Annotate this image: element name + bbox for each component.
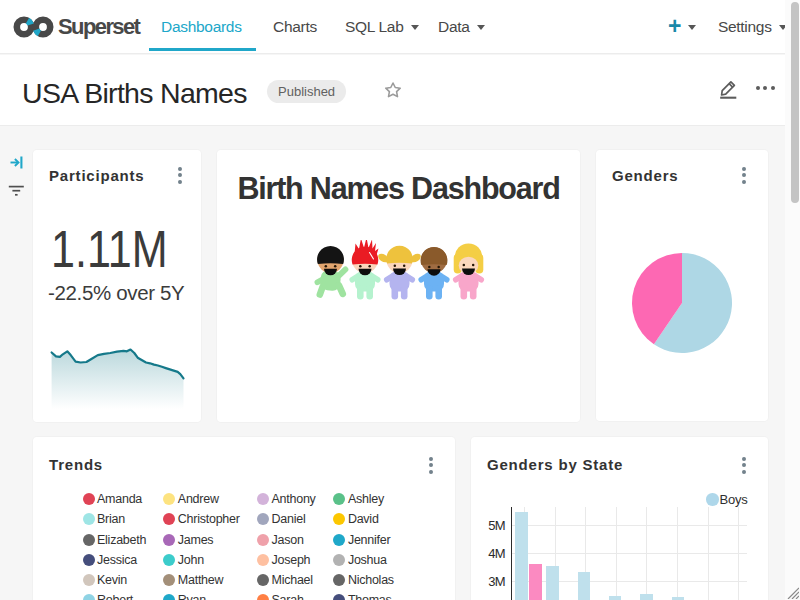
kebab-dot: [178, 173, 182, 177]
legend-dot: [257, 594, 269, 600]
scrollbar-track[interactable]: [785, 0, 800, 600]
legend-item-brian[interactable]: Brian: [83, 509, 125, 529]
legend-item-kevin[interactable]: Kevin: [83, 570, 128, 590]
chart-title: Genders by State: [487, 456, 623, 474]
legend-item-jason[interactable]: Jason: [257, 530, 304, 550]
new-item-button[interactable]: +: [668, 0, 696, 53]
legend-item-amanda[interactable]: Amanda: [83, 489, 143, 509]
kebab-dot: [742, 167, 746, 171]
legend-dot: [83, 534, 95, 546]
legend-label: Ashley: [348, 492, 384, 506]
favorite-star-icon[interactable]: [383, 80, 403, 100]
legend-dot: [257, 493, 269, 505]
legend-dot: [163, 493, 175, 505]
legend-item-robert[interactable]: Robert: [83, 590, 134, 600]
edit-pencil-icon[interactable]: [719, 76, 740, 99]
legend-label: Christopher: [178, 512, 240, 526]
legend-label: Nicholas: [348, 573, 394, 587]
nav-sql-lab[interactable]: SQL Lab: [345, 0, 419, 53]
legend-dot: [333, 594, 345, 600]
superset-infinity-icon: [13, 16, 54, 38]
legend-dot: [333, 534, 345, 546]
bar-boys[interactable]: [609, 596, 622, 600]
chart-options-kebab-icon[interactable]: [737, 167, 751, 189]
ellipsis-dot: [756, 86, 760, 90]
legend-item-elizabeth[interactable]: Elizabeth: [83, 530, 147, 550]
legend-label: Thomas: [348, 593, 392, 600]
chart-options-kebab-icon[interactable]: [737, 457, 751, 479]
legend-dot: [163, 534, 175, 546]
legend-item-daniel[interactable]: Daniel: [257, 509, 305, 529]
legend-label: Amanda: [97, 492, 142, 506]
legend-label: David: [348, 512, 379, 526]
legend-dot: [333, 554, 345, 566]
legend-label: Anthony: [272, 492, 316, 506]
kebab-dot: [742, 463, 746, 467]
legend-dot: [333, 493, 345, 505]
legend-item-jennifer[interactable]: Jennifer: [333, 530, 390, 550]
nav-charts[interactable]: Charts: [273, 0, 317, 53]
bar-boys[interactable]: [578, 572, 591, 600]
legend-item-jessica[interactable]: Jessica: [83, 550, 137, 570]
ellipsis-dot: [771, 86, 775, 90]
legend-item-james[interactable]: James: [163, 530, 213, 550]
bar-boys[interactable]: [515, 512, 528, 600]
legend-item-ryan[interactable]: Ryan: [163, 590, 206, 600]
trends-card: Trends AmandaAndrewAnthonyAshleyBrianChr…: [33, 437, 455, 600]
legend-label: Kevin: [97, 573, 127, 587]
legend-item-michael[interactable]: Michael: [257, 570, 313, 590]
legend-item-matthew[interactable]: Matthew: [163, 570, 223, 590]
kebab-dot: [178, 167, 182, 171]
published-badge[interactable]: Published: [267, 80, 346, 103]
chart-options-kebab-icon[interactable]: [424, 457, 438, 479]
dashboard-header: USA Births Names Published: [0, 55, 800, 126]
legend-item-joseph[interactable]: Joseph: [257, 550, 310, 570]
gridline-h: [511, 525, 747, 526]
legend-item-ashley[interactable]: Ashley: [333, 489, 384, 509]
kebab-dot: [742, 173, 746, 177]
legend-item-david[interactable]: David: [333, 509, 378, 529]
settings-menu[interactable]: Settings: [718, 0, 787, 53]
gridline-v: [616, 507, 617, 600]
legend-item-christopher[interactable]: Christopher: [163, 509, 239, 529]
bar-legend-boys[interactable]: Boys: [706, 492, 748, 507]
nav-data[interactable]: Data: [438, 0, 485, 53]
y-axis-tick: 5M: [475, 518, 505, 533]
bar-boys[interactable]: [640, 594, 653, 600]
legend-item-andrew[interactable]: Andrew: [163, 489, 218, 509]
legend-label: Jason: [272, 533, 304, 547]
legend-dot: [333, 513, 345, 525]
legend-label: Brian: [97, 512, 125, 526]
nav-dashboards[interactable]: Dashboards: [161, 0, 242, 53]
legend-item-sarah[interactable]: Sarah: [257, 590, 304, 600]
more-options-icon[interactable]: [756, 86, 775, 90]
legend-item-thomas[interactable]: Thomas: [333, 590, 391, 600]
scrollbar-thumb[interactable]: [791, 2, 799, 203]
navbar: Superset Dashboards Charts SQL Lab Data …: [0, 0, 800, 54]
legend-item-john[interactable]: John: [163, 550, 204, 570]
kebab-dot: [742, 470, 746, 474]
legend-dot: [83, 513, 95, 525]
legend-label: Joseph: [272, 553, 311, 567]
sparkline-area: [51, 350, 183, 410]
bar-boys[interactable]: [546, 566, 559, 600]
markdown-card: Birth Names Dashboard: [217, 150, 580, 422]
filter-funnel-icon[interactable]: [8, 185, 25, 198]
legend-label: Jessica: [97, 553, 137, 567]
legend-label: Ryan: [178, 593, 206, 600]
chevron-down-icon: [411, 25, 419, 30]
legend-label: Jennifer: [348, 533, 390, 547]
superset-logo[interactable]: Superset: [13, 14, 139, 40]
resize-grip-icon[interactable]: [785, 585, 799, 599]
legend-dot: [706, 493, 719, 506]
legend-item-nicholas[interactable]: Nicholas: [333, 570, 393, 590]
chart-options-kebab-icon[interactable]: [173, 167, 187, 189]
bar-girls[interactable]: [529, 564, 542, 600]
expand-filter-bar-icon[interactable]: [10, 155, 23, 170]
gridline-v: [646, 507, 647, 600]
legend-dot: [257, 513, 269, 525]
legend-dot: [83, 493, 95, 505]
legend-item-anthony[interactable]: Anthony: [257, 489, 316, 509]
gridline-v: [677, 507, 678, 600]
legend-item-joshua[interactable]: Joshua: [333, 550, 386, 570]
